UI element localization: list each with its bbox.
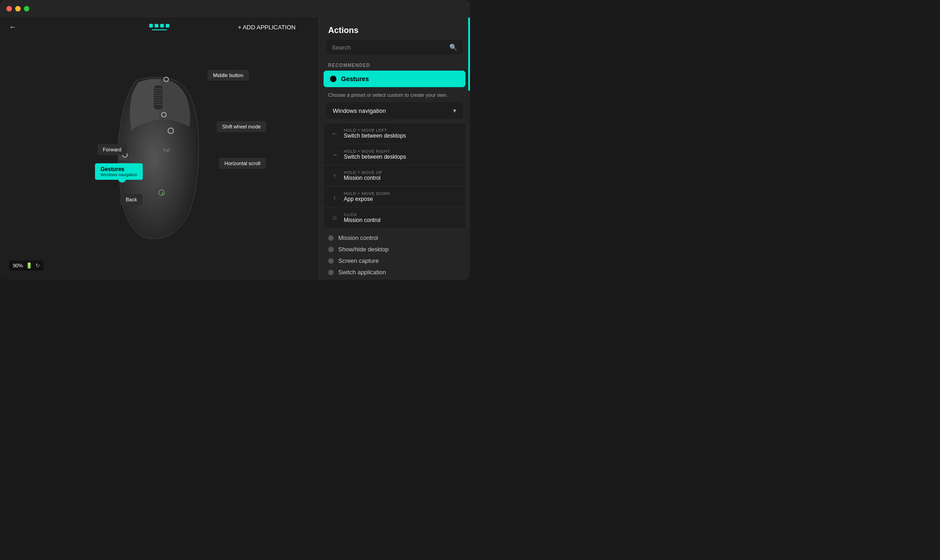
back-button[interactable]: ← <box>9 23 17 31</box>
other-actions: Mission control Show/hide desktop Screen… <box>319 228 470 276</box>
gesture-action-left: Switch between desktops <box>344 133 406 139</box>
arrow-up-icon: ↑ <box>330 171 339 180</box>
minimize-button[interactable] <box>15 6 21 11</box>
search-input[interactable] <box>332 44 446 51</box>
preset-description: Choose a preset or select custom to crea… <box>319 87 470 102</box>
action-switch-application[interactable]: Switch application <box>328 269 461 276</box>
actions-panel: Actions 🔍 RECOMMENDED Gestures Choose a … <box>319 17 470 280</box>
action-mission-control[interactable]: Mission control <box>328 234 461 241</box>
battery-percent: 90% <box>13 263 23 268</box>
gestures-active-item[interactable]: Gestures <box>324 71 465 87</box>
gesture-cmd-left: HOLD + MOVE LEFT <box>344 128 406 133</box>
arrow-down-icon: ↓ <box>330 192 339 201</box>
action-show-hide-desktop[interactable]: Show/hide desktop <box>328 246 461 253</box>
gestures-label-group: Gestures Windows navigation <box>95 171 106 172</box>
horizontal-scroll-label-group: Horizontal scroll <box>219 163 228 163</box>
forward-label-group: Forward <box>97 149 109 150</box>
gesture-action-up: Mission control <box>344 175 382 181</box>
action-screen-capture[interactable]: Screen capture <box>328 257 461 264</box>
panel-title: Actions <box>319 17 470 40</box>
horizontal-scroll-label[interactable]: Horizontal scroll <box>219 158 266 169</box>
gesture-item-right[interactable]: → HOLD + MOVE RIGHT Switch between deskt… <box>324 144 465 165</box>
scrollbar-track <box>468 17 470 280</box>
gesture-action-right: Switch between desktops <box>344 154 406 160</box>
svg-text:logi: logi <box>163 147 170 152</box>
battery-info: 90% 🔋 ↻ <box>9 261 44 271</box>
battery-icon: 🔋 <box>26 262 33 269</box>
middle-button-label-group: Middle button <box>207 75 221 75</box>
recommended-section-label: RECOMMENDED <box>319 59 470 71</box>
gestures-active-label[interactable]: Gestures Windows navigation <box>95 163 143 180</box>
preset-value: Windows navigation <box>333 107 386 114</box>
traffic-lights <box>6 6 29 11</box>
apps-icon <box>149 24 169 28</box>
close-button[interactable] <box>6 6 12 11</box>
gesture-cmd-right: HOLD + MOVE RIGHT <box>344 149 406 154</box>
action-dot-2 <box>328 247 334 252</box>
gesture-cmd-click: CLICK <box>344 212 380 217</box>
mouse-svg: logi <box>95 71 224 245</box>
main-area: ← + ADD APPLICATION <box>0 17 319 280</box>
shift-wheel-label-group: Shift wheel mode <box>217 126 226 127</box>
back-label[interactable]: Back <box>120 194 142 205</box>
gesture-item-down[interactable]: ↓ HOLD + MOVE DOWN App expose <box>324 187 465 207</box>
action-dot-3 <box>328 258 334 264</box>
top-bar: ← + ADD APPLICATION <box>0 17 319 37</box>
forward-label[interactable]: Forward <box>97 144 127 155</box>
action-dot-1 <box>328 235 334 241</box>
arrow-right-icon: → <box>330 150 339 159</box>
add-application-button[interactable]: + ADD APPLICATION <box>238 24 296 31</box>
search-box[interactable]: 🔍 <box>326 40 463 55</box>
action-dot-4 <box>328 270 334 275</box>
click-icon: ○ <box>330 213 339 222</box>
gesture-action-down: App expose <box>344 196 390 202</box>
gesture-list: ← HOLD + MOVE LEFT Switch between deskto… <box>324 123 465 228</box>
arrow-left-icon: ← <box>330 129 339 138</box>
scrollbar-thumb[interactable] <box>468 17 470 91</box>
sync-icon: ↻ <box>35 262 40 269</box>
gestures-active-dot <box>330 76 336 82</box>
content-area: ← + ADD APPLICATION <box>0 17 470 280</box>
gesture-item-left[interactable]: ← HOLD + MOVE LEFT Switch between deskto… <box>324 123 465 144</box>
maximize-button[interactable] <box>24 6 29 11</box>
gesture-cmd-down: HOLD + MOVE DOWN <box>344 191 390 196</box>
chevron-down-icon: ▾ <box>453 107 456 114</box>
apps-underline <box>152 29 167 30</box>
mouse-container: logi <box>95 71 224 245</box>
gesture-item-click[interactable]: ○ CLICK Mission control <box>324 208 465 228</box>
shift-wheel-label[interactable]: Shift wheel mode <box>217 121 266 132</box>
search-icon[interactable]: 🔍 <box>449 44 457 51</box>
title-bar <box>0 0 470 17</box>
middle-button-label[interactable]: Middle button <box>207 70 249 81</box>
gestures-label: Gestures <box>341 75 369 83</box>
preset-dropdown[interactable]: Windows navigation ▾ <box>326 102 463 119</box>
apps-icon-area[interactable] <box>149 24 169 30</box>
gesture-action-click: Mission control <box>344 217 380 223</box>
mouse-area: logi <box>0 37 319 280</box>
gesture-item-up[interactable]: ↑ HOLD + MOVE UP Mission control <box>324 166 465 186</box>
main-window: ← + ADD APPLICATION <box>0 0 470 280</box>
gesture-cmd-up: HOLD + MOVE UP <box>344 170 382 175</box>
